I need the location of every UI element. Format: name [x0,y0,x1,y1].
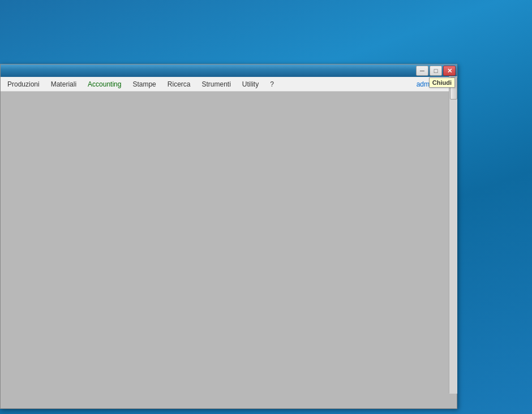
scrollbar[interactable] [449,76,457,393]
titlebar-buttons: ─ □ ✕ Chiudi [416,66,456,76]
maximize-button[interactable]: □ [430,66,442,76]
menu-item-utility[interactable]: Utility [237,79,264,90]
main-content [1,92,457,408]
titlebar: ─ □ ✕ Chiudi [1,64,457,77]
minimize-icon: ─ [420,67,424,74]
maximize-icon: □ [434,67,438,74]
application-window: ─ □ ✕ Chiudi Produzioni Materiali Accoun… [0,64,457,409]
menu-item-help[interactable]: ? [264,79,280,90]
desktop: ─ □ ✕ Chiudi Produzioni Materiali Accoun… [0,0,532,414]
menu-item-produzioni[interactable]: Produzioni [2,79,45,90]
menubar: Produzioni Materiali Accounting Stampe R… [1,77,457,92]
close-icon: ✕ [447,67,452,75]
minimize-button[interactable]: ─ [416,66,428,76]
scrollbar-track[interactable] [449,77,457,394]
menu-item-materiali[interactable]: Materiali [45,79,82,90]
menu-item-stampe[interactable]: Stampe [127,79,161,90]
close-tooltip: Chiudi [429,77,455,88]
menu-item-ricerca[interactable]: Ricerca [162,79,196,90]
close-button[interactable]: ✕ Chiudi [443,66,456,76]
menu-item-accounting[interactable]: Accounting [82,79,127,90]
menu-item-strumenti[interactable]: Strumenti [196,79,236,90]
